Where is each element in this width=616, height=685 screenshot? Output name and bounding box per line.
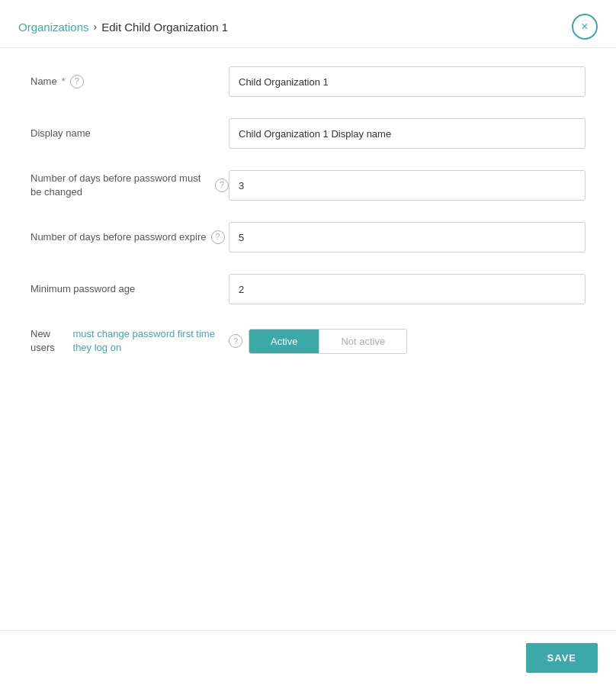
close-button[interactable]: × [572, 14, 598, 40]
password-expire-row: Number of days before password expire ? [30, 219, 586, 256]
toggle-group: Active Not active [249, 329, 407, 354]
password-change-label: Number of days before password must be c… [30, 172, 229, 199]
display-name-label-text: Display name [30, 127, 91, 140]
min-password-age-label: Minimum password age [30, 282, 229, 296]
display-name-label: Display name [30, 127, 229, 140]
password-expire-label-text: Number of days before password expire [30, 230, 207, 244]
new-users-label-part1: New users [30, 327, 69, 355]
new-users-help-icon[interactable]: ? [229, 334, 242, 348]
password-expire-label: Number of days before password expire ? [30, 230, 229, 244]
min-password-age-input[interactable] [229, 274, 586, 304]
display-name-input[interactable] [229, 118, 586, 149]
page-container: Organizations › Edit Child Organization … [0, 0, 616, 685]
name-input[interactable] [229, 66, 586, 97]
header: Organizations › Edit Child Organization … [0, 0, 616, 48]
breadcrumb-link[interactable]: Organizations [18, 21, 89, 34]
new-users-row: New users must change password first tim… [30, 323, 586, 359]
name-help-icon[interactable]: ? [70, 75, 84, 88]
required-star: * [62, 75, 66, 88]
password-expire-help-icon[interactable]: ? [211, 230, 225, 244]
password-change-help-icon[interactable]: ? [215, 178, 229, 192]
save-button[interactable]: SAVE [526, 643, 598, 673]
password-change-row: Number of days before password must be c… [30, 167, 586, 204]
breadcrumb-separator: › [94, 21, 98, 33]
breadcrumb: Organizations › Edit Child Organization … [18, 21, 228, 34]
name-label: Name * ? [30, 75, 229, 88]
password-change-label-text: Number of days before password must be c… [30, 172, 210, 199]
password-change-input[interactable] [229, 170, 586, 201]
display-name-row: Display name [30, 115, 586, 152]
name-label-text: Name [30, 75, 57, 88]
breadcrumb-current: Edit Child Organization 1 [101, 21, 228, 34]
password-expire-input[interactable] [229, 222, 586, 252]
min-password-age-label-text: Minimum password age [30, 282, 135, 296]
new-users-label-highlight: must change password first time they log… [73, 327, 229, 355]
min-password-age-row: Minimum password age [30, 271, 586, 307]
not-active-toggle-button[interactable]: Not active [319, 330, 406, 353]
toggle-row-content: ? Active Not active [229, 329, 586, 354]
new-users-label: New users must change password first tim… [30, 327, 229, 355]
active-toggle-button[interactable]: Active [249, 330, 319, 353]
form-body: Name * ? Display name Number of days bef… [0, 48, 616, 630]
footer: SAVE [0, 630, 616, 685]
name-row: Name * ? [30, 63, 586, 100]
